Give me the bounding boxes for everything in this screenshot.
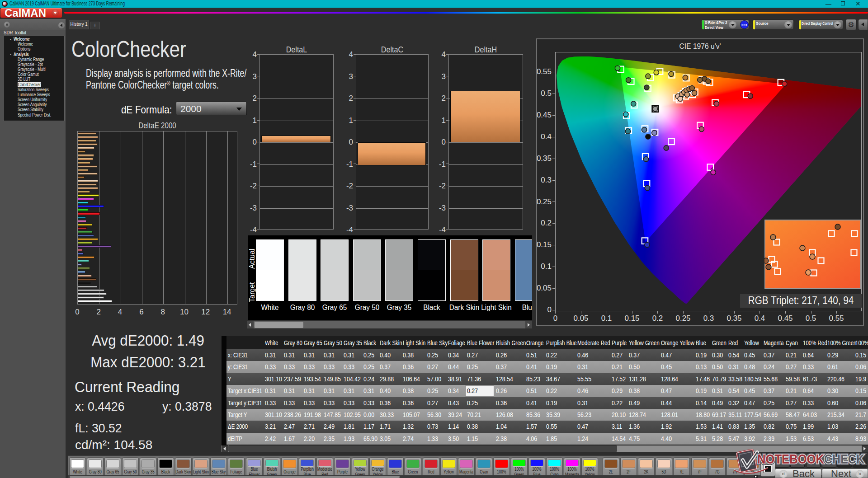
svg-text:NOTEBOOK: NOTEBOOK	[757, 452, 824, 466]
svg-text:CHECK: CHECK	[824, 452, 864, 466]
